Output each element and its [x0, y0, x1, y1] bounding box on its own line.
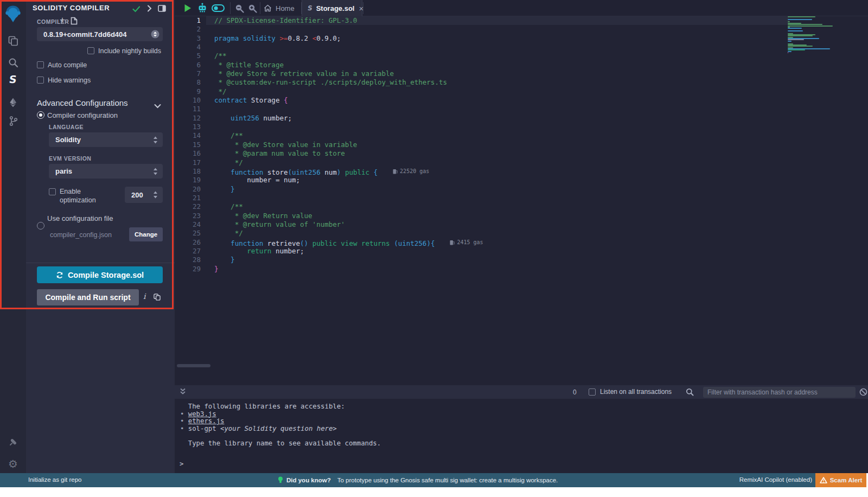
listen-transactions-checkbox[interactable] — [589, 388, 596, 396]
compile-success-check-icon — [132, 5, 141, 15]
code-line: pragma solidity >=0.8.2 <0.9.0; — [214, 34, 483, 43]
open-compiler-file-icon[interactable] — [71, 17, 78, 27]
auto-compile-checkbox[interactable] — [37, 61, 44, 68]
optimization-runs-value: 200 — [125, 191, 153, 199]
library-link[interactable]: ethers.js — [188, 417, 225, 425]
code-line: * @custom:dev-run-script ./scripts/deplo… — [214, 78, 483, 87]
hide-warnings-label: Hide warnings — [48, 77, 91, 84]
evm-version-label: EVM VERSION — [49, 155, 91, 162]
change-config-button[interactable]: Change — [129, 227, 163, 241]
minimap[interactable] — [788, 16, 838, 53]
code-editor[interactable]: 1234567891011121314151617181920212223242… — [175, 16, 868, 385]
deploy-run-icon[interactable] — [0, 93, 26, 112]
code-line: * @return value of 'number' — [214, 220, 483, 229]
language-select[interactable]: Solidity — [49, 132, 163, 147]
git-icon[interactable] — [0, 112, 26, 130]
code-line: return number; — [214, 247, 483, 256]
info-icon[interactable]: i — [143, 292, 145, 301]
code-line: number = num; — [214, 176, 483, 184]
select-stepper-icon — [153, 136, 158, 144]
panel-title: SOLIDITY COMPILER — [33, 4, 110, 12]
home-icon — [264, 4, 272, 12]
add-compiler-icon[interactable]: + — [60, 15, 65, 26]
file-explorer-icon[interactable] — [0, 31, 26, 50]
clear-console-icon[interactable] — [859, 388, 867, 398]
compile-button-label: Compile Storage.sol — [68, 271, 144, 279]
solidity-file-icon: S — [307, 4, 313, 12]
did-you-know-tip: Did you know? To prototype using the Gno… — [278, 476, 558, 484]
tab-home-label: Home — [276, 4, 295, 12]
include-nightly-label: Include nightly builds — [98, 47, 161, 55]
settings-gear-icon[interactable]: ⚙ — [0, 455, 26, 473]
horizontal-scrollbar[interactable] — [177, 364, 210, 367]
use-config-file-label: Use configuration file — [47, 214, 113, 222]
solidity-compiler-icon[interactable]: S — [0, 70, 26, 88]
search-icon[interactable] — [0, 53, 26, 72]
compiler-config-radio[interactable] — [37, 111, 44, 119]
zoom-in-icon[interactable] — [248, 4, 257, 15]
terminal-lines: The following libraries are accessible:•… — [180, 403, 381, 447]
code-line: /** — [214, 131, 483, 140]
code-line: /** — [214, 202, 483, 211]
select-stepper-icon — [153, 168, 158, 175]
compile-button[interactable]: Compile Storage.sol — [37, 266, 163, 283]
code-line: */ — [214, 158, 483, 167]
code-line: function retrieve() public view returns … — [214, 238, 483, 247]
enable-optimization-label: Enable optimization — [60, 187, 106, 205]
code-line: function store(uint256 num) public {2252… — [214, 167, 483, 176]
code-line: uint256 number; — [214, 114, 483, 123]
code-line: // SPDX-License-Identifier: GPL-3.0 — [214, 16, 483, 25]
copilot-robot-icon[interactable] — [197, 3, 207, 15]
icon-rail: S ⚙ — [0, 0, 26, 473]
status-bar: Initialize as git repo Did you know? To … — [0, 473, 866, 487]
evm-version-value: paris — [49, 167, 153, 175]
tab-storage-sol[interactable]: S Storage.sol × — [302, 0, 362, 16]
remix-logo-icon[interactable] — [0, 3, 26, 25]
library-link[interactable]: web3.js — [188, 410, 216, 418]
code-line: */ — [214, 87, 483, 96]
tip-text: To prototype using the Gnosis safe multi… — [337, 477, 558, 483]
init-git-repo-button[interactable]: Initialize as git repo — [28, 476, 81, 483]
copilot-status[interactable]: RemixAI Copilot (enabled) — [739, 476, 812, 483]
code-line — [214, 194, 483, 202]
code-content: // SPDX-License-Identifier: GPL-3.0pragm… — [214, 16, 483, 273]
code-line — [214, 43, 483, 52]
plugin-manager-icon[interactable] — [0, 433, 26, 451]
copilot-toggle-switch[interactable] — [212, 4, 225, 14]
code-line: /** — [214, 52, 483, 60]
optimization-runs-input[interactable]: 200 — [125, 187, 163, 203]
scam-alert-badge[interactable]: Scam Alert — [815, 473, 866, 487]
evm-version-select[interactable]: paris — [49, 164, 163, 179]
copy-icon[interactable] — [154, 293, 161, 303]
include-nightly-checkbox[interactable] — [87, 47, 94, 54]
expand-terminal-icon[interactable] — [179, 388, 187, 398]
enable-optimization-checkbox[interactable] — [49, 188, 56, 195]
transaction-filter-input[interactable] — [703, 387, 856, 398]
terminal-search-icon[interactable] — [686, 388, 694, 398]
advanced-configurations-header[interactable]: Advanced Configurations — [37, 98, 128, 107]
hide-warnings-checkbox[interactable] — [37, 77, 44, 84]
gas-estimate-annotation: 2415 gas — [450, 238, 483, 247]
zoom-out-icon[interactable] — [235, 4, 244, 15]
compile-and-run-button[interactable]: Compile and Run script — [37, 289, 139, 305]
terminal-prompt[interactable]: > — [180, 460, 183, 468]
compiler-version-select[interactable]: 0.8.19+commit.7dd6d404 — [37, 27, 163, 41]
panel-divider — [26, 263, 175, 263]
remix-ide-window: S ⚙ SOLIDITY COMPILER COMPILER + — [0, 0, 868, 497]
chevron-down-icon[interactable] — [154, 101, 161, 111]
tab-bar: Home S Storage.sol × — [175, 0, 868, 16]
language-value: Solidity — [49, 136, 153, 144]
code-line: } — [214, 185, 483, 194]
tab-home[interactable]: Home — [260, 0, 302, 16]
scam-alert-label: Scam Alert — [830, 477, 863, 483]
gas-estimate-annotation: 22520 gas — [393, 167, 429, 176]
run-script-play-icon[interactable] — [184, 4, 192, 15]
main-area: Home S Storage.sol × 1234567891011121314… — [175, 0, 868, 473]
pin-panel-icon[interactable] — [158, 4, 166, 14]
code-line — [214, 25, 483, 34]
panel-forward-chevron-icon[interactable] — [147, 4, 152, 14]
code-line: contract Storage { — [214, 96, 483, 105]
code-line: } — [214, 256, 483, 264]
use-config-file-radio[interactable] — [37, 222, 44, 230]
listen-transactions-label: Listen on all transactions — [600, 388, 672, 396]
